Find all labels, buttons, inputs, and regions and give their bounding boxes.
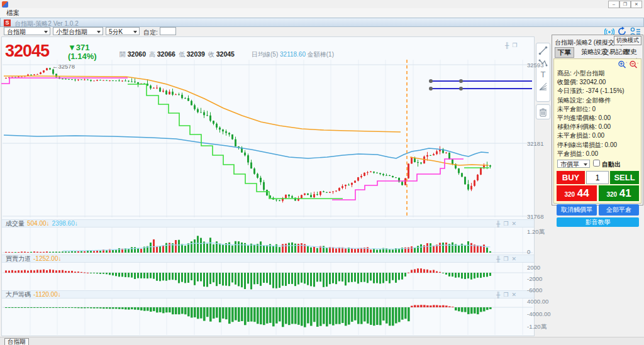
axis-label: -6000	[527, 287, 542, 293]
info-line: 移動停利價格: 0.00	[557, 123, 611, 131]
tab-0[interactable]: 下單	[555, 47, 574, 58]
info-line: 收盤價: 32042.00	[557, 78, 606, 87]
axis-label: 32181	[527, 140, 543, 147]
sell-button[interactable]: SELL	[610, 171, 639, 184]
zoom-controls: + -	[618, 60, 638, 70]
axis-label: 2000	[527, 264, 540, 271]
svg-text:+: +	[626, 60, 627, 65]
ask-price: 41	[619, 187, 631, 199]
zoom-in-icon[interactable]: +	[618, 60, 627, 68]
axis-label: 0	[527, 248, 530, 255]
axis-label: 1.20萬	[527, 228, 545, 236]
axis-label: -4000.00	[527, 310, 551, 317]
svg-text:T: T	[541, 70, 546, 79]
text-tool-icon[interactable]: T	[538, 70, 548, 79]
delete-drawing-box	[536, 104, 550, 119]
auto-exit-checkbox[interactable]	[593, 160, 600, 167]
info-line: 今日漲跌: -374 (-1.15%)	[557, 87, 625, 96]
bid-prefix: 320	[564, 191, 575, 198]
drawing-toolbar: T	[536, 43, 550, 102]
panel-title: 台指期-策略2 (模擬交易)	[555, 38, 623, 47]
trendline-tool-icon[interactable]	[538, 46, 548, 55]
order-info-box: + - 商品: 小型台指期收盤價: 32042.00今日漲跌: -374 (-1…	[553, 58, 641, 204]
app-window: – ❐ ✕ 檔案 S 台指期-策略2 Ver 1.0.2 台指期 小型台指期 5…	[0, 0, 644, 345]
bid-price: 44	[577, 187, 589, 199]
buy-button[interactable]: BUY	[557, 171, 585, 184]
axis-label: 32593	[527, 62, 543, 68]
order-type-select[interactable]: 市價單	[557, 160, 590, 168]
fan-tool-icon[interactable]	[538, 82, 548, 91]
bid-price-box[interactable]: 320 44	[557, 185, 597, 201]
trading-panel: 台指期-策略2 (模擬交易) 切換模式 下單策略設定交易記錄歷史回測 + - 商…	[552, 35, 643, 205]
quantity-input[interactable]	[586, 171, 609, 184]
axis-label: 31768	[527, 213, 543, 220]
tab-3[interactable]: 歷史回測	[621, 47, 643, 57]
info-line: 未平倉部位: 0	[557, 105, 596, 114]
axis-label: -1.20萬	[527, 323, 547, 331]
info-line: 未平倉損益: 0.00	[557, 131, 604, 140]
info-line: 平均進場價格: 0.00	[557, 114, 611, 123]
ask-prefix: 320	[606, 191, 617, 198]
info-line: 策略設定: 全部條件	[557, 96, 611, 105]
close-all-button[interactable]: 全部平倉	[599, 204, 639, 216]
trash-icon[interactable]	[539, 107, 547, 117]
ask-price-box[interactable]: 320 41	[599, 185, 639, 201]
status-bar: 台指期	[0, 337, 644, 345]
info-line: 停利線出場損益: 0.00	[557, 141, 617, 150]
cancel-trigger-button[interactable]: 取消觸價單	[557, 204, 597, 216]
status-tab[interactable]: 台指期	[4, 338, 29, 345]
axis-label: -2000	[527, 275, 542, 282]
axis-label: 4000.00	[527, 298, 548, 305]
zoom-out-icon[interactable]: -	[629, 60, 638, 68]
switch-mode-button[interactable]: 切換模式	[614, 36, 641, 45]
info-line: 平倉損益: 0.00	[557, 150, 598, 158]
video-tutorial-button[interactable]: 影音教學	[557, 217, 639, 227]
auto-exit-label: 自動出	[602, 160, 621, 169]
svg-text:-: -	[637, 60, 638, 65]
info-line: 商品: 小型台指期	[557, 69, 605, 78]
